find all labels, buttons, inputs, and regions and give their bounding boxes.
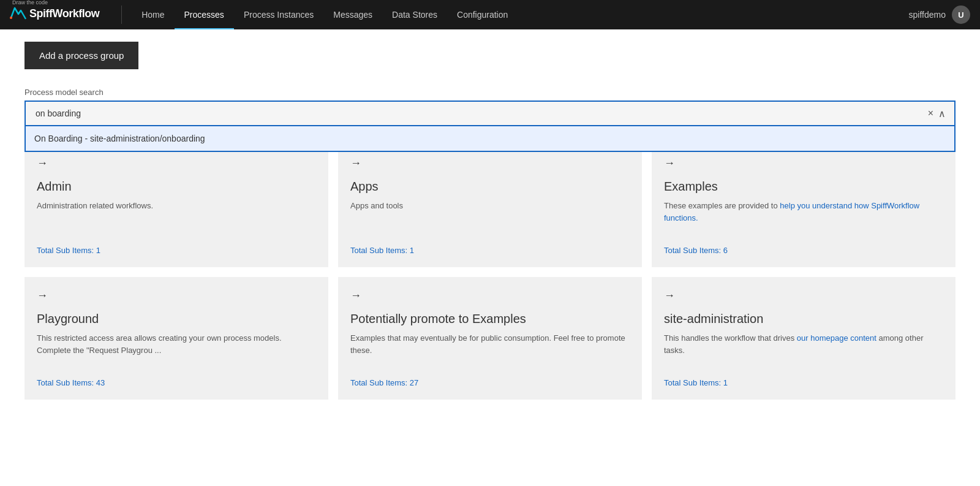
process-card-admin[interactable]: → Admin Administration related workflows… (24, 145, 328, 267)
nav-item-messages[interactable]: Messages (323, 0, 382, 29)
card-sub-items-admin: Total Sub Items: 1 (37, 246, 316, 255)
card-arrow-playground: → (37, 289, 316, 302)
card-arrow-admin: → (37, 157, 316, 170)
add-process-group-button[interactable]: Add a process group (24, 42, 138, 69)
nav-item-home[interactable]: Home (132, 0, 174, 29)
brand-tagline: Draw the code (12, 0, 48, 6)
search-label: Process model search (24, 88, 956, 97)
process-card-examples[interactable]: → Examples These examples are provided t… (652, 145, 956, 267)
navbar-right: spiffdemo U (909, 6, 970, 24)
process-grid: → Admin Administration related workflows… (24, 145, 956, 400)
card-sub-items-apps: Total Sub Items: 1 (350, 246, 630, 255)
process-card-playground[interactable]: → Playground This restricted access area… (24, 277, 328, 400)
process-card-apps[interactable]: → Apps Apps and tools Total Sub Items: 1 (338, 145, 642, 267)
svg-point-0 (10, 17, 12, 19)
card-sub-items-site-admin: Total Sub Items: 1 (664, 378, 943, 387)
brand-logo-area[interactable]: Draw the code SpiffWorkflow (10, 8, 99, 21)
card-arrow-site-admin: → (664, 289, 943, 302)
search-clear-icon[interactable]: × (925, 108, 936, 119)
user-avatar[interactable]: U (952, 6, 970, 24)
card-sub-items-examples: Total Sub Items: 6 (664, 246, 943, 255)
card-description-promote: Examples that may eventually be for publ… (350, 332, 630, 366)
nav-item-configuration[interactable]: Configuration (447, 0, 518, 29)
card-description-apps: Apps and tools (350, 200, 630, 234)
user-name: spiffdemo (909, 10, 946, 20)
nav-item-processes[interactable]: Processes (175, 0, 234, 29)
card-description-playground: This restricted access area allows creat… (37, 332, 316, 366)
card-title-promote: Potentially promote to Examples (350, 312, 630, 326)
card-title-site-admin: site-administration (664, 312, 943, 326)
card-title-playground: Playground (37, 312, 316, 326)
search-dropdown: On Boarding - site-administration/onboar… (24, 126, 956, 152)
navbar-divider (121, 6, 122, 24)
process-card-promote[interactable]: → Potentially promote to Examples Exampl… (338, 277, 642, 400)
spiff-logo-icon (10, 6, 28, 21)
search-container: × ∧ On Boarding - site-administration/on… (24, 101, 956, 126)
card-description-admin: Administration related workflows. (37, 200, 316, 234)
nav-item-data-stores[interactable]: Data Stores (382, 0, 447, 29)
card-title-admin: Admin (37, 180, 316, 194)
nav-item-process-instances[interactable]: Process Instances (234, 0, 323, 29)
card-sub-items-promote: Total Sub Items: 27 (350, 378, 630, 387)
brand-name: SpiffWorkflow (29, 7, 99, 20)
card-title-apps: Apps (350, 180, 630, 194)
search-chevron-up-icon[interactable]: ∧ (936, 108, 948, 120)
card-description-site-admin: This handles the workflow that drives ou… (664, 332, 943, 366)
search-dropdown-item[interactable]: On Boarding - site-administration/onboar… (26, 126, 954, 151)
card-sub-items-playground: Total Sub Items: 43 (37, 378, 316, 387)
card-title-examples: Examples (664, 180, 943, 194)
card-arrow-promote: → (350, 289, 630, 302)
card-arrow-examples: → (664, 157, 943, 170)
card-description-examples: These examples are provided to help you … (664, 200, 943, 234)
navbar: Draw the code SpiffWorkflow Home Process… (0, 0, 980, 29)
card-arrow-apps: → (350, 157, 630, 170)
navbar-nav: Home Processes Process Instances Message… (132, 0, 908, 29)
process-card-site-admin[interactable]: → site-administration This handles the w… (652, 277, 956, 400)
main-content: Add a process group Process model search… (0, 29, 980, 412)
search-input[interactable] (32, 108, 925, 118)
search-input-wrapper: × ∧ (24, 101, 956, 126)
search-section: Process model search × ∧ On Boarding - s… (24, 88, 956, 126)
